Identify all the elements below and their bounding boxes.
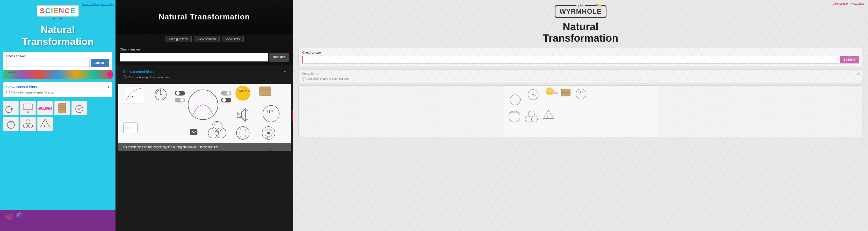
view-stats-button-p2[interactable]: View stats	[222, 36, 243, 42]
panel2-images-note: i Click each image to open full size.	[123, 75, 286, 79]
svg-point-41	[239, 88, 242, 91]
panel1-images-note-text: Click each image to open full size.	[11, 91, 54, 94]
panel2-show-hints-link[interactable]: Show canned hints	[123, 70, 154, 74]
info-icon-p1: i	[6, 91, 10, 94]
svg-text:$: $	[547, 116, 548, 119]
panel-wyrmhole: View solution View stats The ✏️ WYRMHOLE…	[293, 0, 868, 231]
svg-point-23	[132, 96, 133, 97]
svg-point-36	[226, 91, 230, 95]
logo-e2: E	[70, 7, 76, 15]
panel1-images-note: i Click each image to open full size.	[6, 91, 109, 94]
view-stats-link-p3[interactable]: View stats	[851, 2, 864, 5]
view-solution-button-p2[interactable]: View solution	[194, 36, 220, 42]
logo-c2: C	[64, 7, 70, 15]
panel2-hero-overlay: Natural Transformation	[116, 0, 293, 34]
view-solution-link-p1[interactable]: View solution	[82, 3, 99, 6]
svg-rect-67	[124, 127, 129, 129]
panel1-thumb-1[interactable]	[3, 101, 19, 115]
panel1-thumb-4[interactable]	[54, 101, 70, 115]
panel1-thumb-8[interactable]: $	[37, 117, 53, 131]
panel3-puzzle-area: MILLIONS U ©	[298, 85, 863, 137]
panel1-check-answer-row: SUBMIT	[6, 59, 109, 67]
panel1-hints-section: Show canned hints ▾ i Click each image t…	[3, 82, 113, 97]
svg-rect-42	[259, 87, 271, 96]
panel1-thumb-2[interactable]	[20, 101, 36, 115]
view-stats-link-p1[interactable]: View stats	[100, 3, 114, 6]
panel2-hints-section: Show canned hints ▾ i Click each image t…	[120, 67, 289, 82]
logo-s: S	[40, 7, 45, 15]
panel1-top-links: View solution View stats	[82, 3, 114, 6]
svg-text:©: ©	[271, 110, 274, 112]
info-icon-p2: i	[123, 75, 127, 79]
svg-point-63	[267, 132, 270, 135]
svg-text:U: U	[267, 110, 270, 114]
panel2-check-label: Check answer	[120, 48, 289, 51]
panel1-answer-input[interactable]	[6, 59, 90, 67]
science-logo: SCIENCE center	[0, 5, 116, 20]
panel1-hints-chevron[interactable]: ▾	[108, 85, 109, 89]
view-solution-link-p3[interactable]: View solution	[833, 2, 849, 5]
panel1-submit-button[interactable]: SUBMIT	[91, 59, 109, 67]
panel2-hints-row: Show canned hints ▾	[123, 70, 286, 74]
svg-text:$: $	[43, 125, 45, 128]
panel3-puzzle-svg: MILLIONS U ©	[299, 86, 863, 137]
svg-point-13	[29, 124, 33, 128]
panel-dark-theme: Natural Transformation Hide guesses View…	[116, 0, 293, 231]
panel2-tooltip-text: This puzzle was on the assembly line dur…	[121, 145, 221, 149]
panel1-hints-row: Show canned hints ▾	[6, 85, 109, 89]
science-logo-box: SCIENCE	[37, 5, 79, 17]
svg-text:@: @	[266, 136, 269, 139]
panel2-answer-input[interactable]	[120, 53, 268, 62]
logo-i: I	[51, 7, 54, 15]
svg-text:©: ©	[80, 107, 81, 110]
panel1-thumb-5[interactable]: U ©	[71, 101, 87, 115]
svg-point-76	[546, 88, 554, 95]
svg-text:U: U	[579, 90, 581, 94]
colorful-decoration-bar	[3, 70, 113, 79]
panel1-thumb-3[interactable]: MILLIONS	[37, 101, 53, 115]
svg-point-12	[23, 124, 27, 128]
svg-point-38	[222, 98, 226, 102]
hide-guesses-button[interactable]: Hide guesses	[165, 36, 192, 42]
science-logo-sub: center	[5, 17, 110, 20]
panel2-hints-chevron[interactable]: ▾	[284, 70, 286, 74]
panel2-tooltip-bar: This puzzle was on the assembly line dur…	[118, 143, 291, 151]
panel2-controls: Hide guesses View solution View stats	[116, 34, 293, 44]
panel2-input-row: SUBMIT	[120, 53, 289, 62]
svg-point-31	[180, 98, 184, 102]
wyrmhole-name: WYRMHOLE	[560, 7, 602, 15]
panel2-hero: Natural Transformation	[116, 0, 293, 34]
panel1-show-hints-link[interactable]: Show canned hints	[6, 85, 37, 89]
panel1-thumb-7[interactable]	[20, 117, 36, 131]
svg-rect-68	[190, 129, 197, 135]
panel2-submit-button[interactable]: SUBMIT	[269, 53, 289, 62]
wyrmhole-the: The	[577, 4, 585, 8]
panel1-title: Natural Transformation	[0, 24, 116, 48]
panel1-puzzle-thumbnails-row2: $	[0, 116, 116, 132]
svg-point-14	[26, 120, 30, 124]
panel2-title: Natural Transformation	[159, 12, 250, 21]
panel2-images-note-text: Click each image to open full size.	[128, 76, 170, 79]
svg-point-3	[27, 111, 29, 113]
panel1-check-answer-label: Check answer	[6, 54, 109, 58]
wyrmhole-logo-box: The ✏️ WYRMHOLE	[555, 5, 607, 18]
logo-c1: C	[45, 7, 51, 15]
panel2-check-answer: Check answer SUBMIT	[116, 44, 293, 65]
panel1-puzzle-thumbnails: MILLIONS U ©	[0, 100, 116, 116]
panel1-purple-stripe: 🐙 🌊	[0, 210, 116, 231]
svg-rect-1	[23, 104, 33, 110]
svg-rect-4	[59, 103, 66, 113]
svg-marker-17	[40, 119, 50, 128]
svg-text:©: ©	[582, 91, 583, 93]
svg-point-29	[176, 91, 180, 95]
panel1-thumb-6[interactable]	[3, 117, 19, 131]
panel-science-center: View solution View stats SCIENCE center …	[0, 0, 116, 231]
logo-n: N	[59, 7, 64, 15]
panel2-puzzle-svg: MILLIONS U ©	[118, 84, 291, 151]
svg-point-39	[236, 86, 250, 100]
panel2-puzzle-area: MILLIONS U ©	[118, 84, 291, 151]
logo-e1: E	[53, 7, 59, 15]
panel1-check-answer-section: Check answer SUBMIT	[3, 52, 113, 70]
panel3-top-links: View solution View stats	[833, 2, 864, 5]
